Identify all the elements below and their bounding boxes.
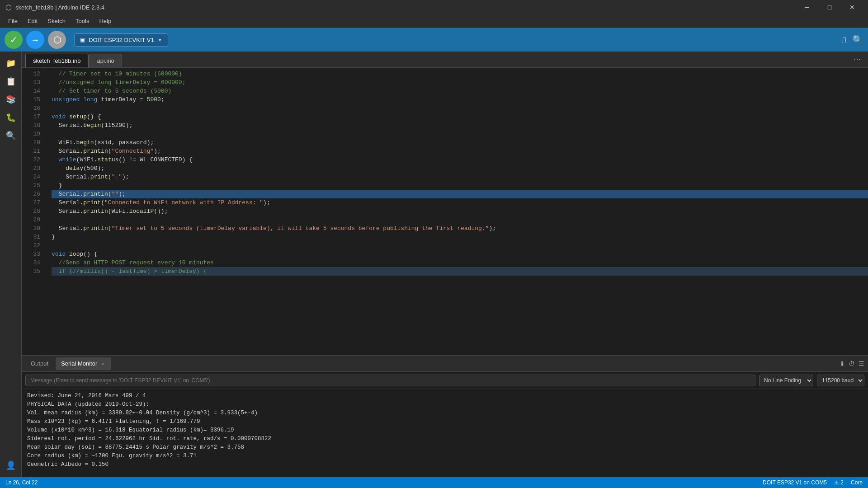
menu-sketch[interactable]: Sketch (43, 16, 70, 26)
sidebar-btn-account[interactable]: 👤 (3, 457, 19, 474)
sidebar-btn-debug[interactable]: 🐛 (3, 109, 19, 126)
window-controls: ─ □ ✕ (797, 0, 863, 14)
debug-button[interactable]: ⬡ (48, 31, 66, 49)
maximize-button[interactable]: □ (819, 0, 840, 14)
menu-file[interactable]: File (4, 16, 22, 26)
error-count-badge: ⚠ 2 (834, 479, 844, 486)
board-label: DOIT ESP32 DEVKIT V1 (89, 37, 154, 43)
serial-output: Revised: June 21, 2016 Mars 499 / 4PHYSI… (22, 389, 868, 477)
main-layout: 📁 📋 📚 🐛 🔍 👤 sketch_feb18b.ino api.ino ⋯ … (0, 52, 868, 477)
sidebar-btn-library-manager[interactable]: 📚 (3, 91, 19, 108)
code-editor[interactable]: 1213141516 1718192021 2223242526 2728293… (22, 68, 868, 355)
menu-help[interactable]: Help (94, 16, 116, 26)
close-button[interactable]: ✕ (842, 0, 863, 14)
tab-sketch-label: sketch_feb18b.ino (33, 57, 81, 64)
statusbar-right: DOIT ESP32 V1 on COM5 ⚠ 2 Core (763, 479, 863, 486)
upload-button[interactable]: → (26, 31, 44, 49)
panel-tabs: Output Serial Monitor × ⬇ ⏱ ☰ (22, 356, 868, 372)
menu-edit[interactable]: Edit (23, 16, 42, 26)
toolbar-right: ⎍ 🔍 (842, 34, 863, 45)
core-label: Core (851, 479, 863, 486)
tabs-more-button[interactable]: ⋯ (850, 55, 864, 64)
sidebar-btn-board-manager[interactable]: 📋 (3, 73, 19, 89)
sidebar: 📁 📋 📚 🐛 🔍 👤 (0, 52, 22, 477)
minimize-button[interactable]: ─ (797, 0, 817, 14)
panel-menu-button[interactable]: ☰ (859, 360, 864, 367)
tab-serial-monitor-label: Serial Monitor (61, 360, 97, 367)
toolbar: ✓ → ⬡ ▣ DOIT ESP32 DEVKIT V1 ▼ ⎍ 🔍 (0, 28, 868, 52)
panel-scroll-bottom-button[interactable]: ⬇ (840, 360, 845, 367)
panel-icons-right: ⬇ ⏱ ☰ (840, 360, 864, 367)
sidebar-btn-sketchbook[interactable]: 📁 (3, 55, 19, 71)
menubar: File Edit Sketch Tools Help (0, 14, 868, 28)
board-selector[interactable]: ▣ DOIT ESP32 DEVKIT V1 ▼ (74, 33, 168, 47)
code-content: // Timer set to 10 minutes (600000) //un… (44, 68, 868, 355)
baud-select[interactable]: 9600 baud 19200 baud 38400 baud 57600 ba… (817, 375, 864, 386)
titlebar: ⬡ sketch_feb18b | Arduino IDE 2.3.4 ─ □ … (0, 0, 868, 14)
board-icon: ▣ (80, 37, 85, 43)
tabs: sketch_feb18b.ino api.ino ⋯ (22, 52, 868, 68)
tab-api[interactable]: api.ino (90, 54, 122, 67)
serial-monitor-button[interactable]: 🔍 (852, 34, 863, 45)
tab-sketch[interactable]: sketch_feb18b.ino (25, 54, 89, 67)
editor-area: sketch_feb18b.ino api.ino ⋯ 1213141516 1… (22, 52, 868, 477)
panel-autoscroll-button[interactable]: ⏱ (849, 360, 855, 367)
tab-output[interactable]: Output (25, 357, 54, 370)
chevron-down-icon: ▼ (158, 38, 162, 42)
tab-serial-monitor[interactable]: Serial Monitor × (56, 357, 111, 370)
cursor-position: Ln 26, Col 22 (5, 479, 38, 486)
line-numbers: 1213141516 1718192021 2223242526 2728293… (22, 68, 44, 355)
sidebar-bottom: 👤 (3, 457, 19, 477)
serial-plotter-button[interactable]: ⎍ (842, 35, 847, 45)
app-icon: ⬡ (5, 3, 12, 12)
menu-tools[interactable]: Tools (71, 16, 94, 26)
bottom-panel: Output Serial Monitor × ⬇ ⏱ ☰ No Line En… (22, 355, 868, 477)
verify-button[interactable]: ✓ (5, 31, 23, 49)
statusbar: Ln 26, Col 22 DOIT ESP32 V1 on COM5 ⚠ 2 … (0, 477, 868, 488)
sidebar-btn-search[interactable]: 🔍 (3, 127, 19, 144)
tab-serial-monitor-close[interactable]: × (100, 361, 105, 367)
title-text: sketch_feb18b | Arduino IDE 2.3.4 (15, 4, 793, 11)
tab-output-label: Output (31, 360, 48, 367)
message-input[interactable] (25, 375, 755, 386)
message-input-bar: No Line Ending Newline Carriage Return B… (22, 372, 868, 389)
board-port-status: DOIT ESP32 V1 on COM5 (763, 479, 827, 486)
tab-api-label: api.ino (97, 57, 114, 64)
line-ending-select[interactable]: No Line Ending Newline Carriage Return B… (759, 375, 813, 386)
